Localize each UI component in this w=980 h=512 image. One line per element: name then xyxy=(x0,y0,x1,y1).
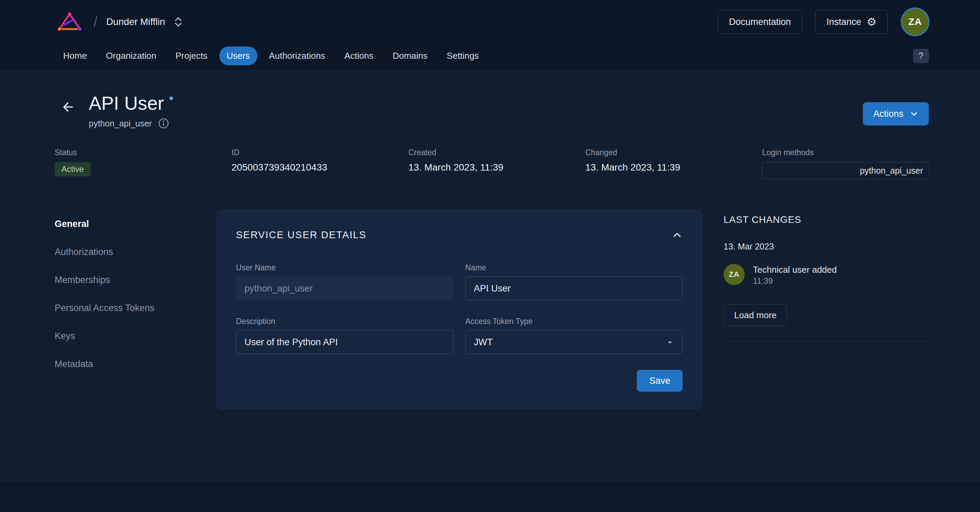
name-label: Name xyxy=(465,263,683,273)
page-subtitle: python_api_user xyxy=(89,119,152,129)
tab-organization[interactable]: Organization xyxy=(98,46,164,65)
save-button[interactable]: Save xyxy=(637,370,682,392)
event-avatar: ZA xyxy=(724,264,745,285)
section-divider xyxy=(0,198,980,198)
info-button[interactable] xyxy=(158,118,169,129)
org-switcher[interactable]: Dunder Mifflin xyxy=(106,16,183,28)
documentation-button[interactable]: Documentation xyxy=(718,10,802,34)
access-token-type-value: JWT xyxy=(474,337,493,348)
page-title: API User xyxy=(89,93,164,114)
gear-icon: ⚙ xyxy=(867,16,877,27)
help-button[interactable]: ? xyxy=(913,49,929,63)
sidebar-item-personal-access-tokens[interactable]: Personal Access Tokens xyxy=(55,299,154,317)
user-name-label: User Name xyxy=(236,263,453,273)
sidebar-item-general[interactable]: General xyxy=(55,215,154,233)
chevron-down-icon xyxy=(910,109,918,118)
tab-domains[interactable]: Domains xyxy=(385,46,435,65)
description-input[interactable] xyxy=(236,330,453,354)
documentation-label: Documentation xyxy=(729,17,791,27)
changed-value: 13. March 2023, 11:39 xyxy=(585,162,762,173)
instance-label: Instance xyxy=(826,17,861,27)
tab-actions[interactable]: Actions xyxy=(337,46,381,65)
select-caret-icon xyxy=(666,338,674,346)
access-token-type-select[interactable]: JWT xyxy=(465,330,683,354)
tab-projects[interactable]: Projects xyxy=(168,46,215,65)
app-footer xyxy=(0,481,980,512)
collapse-button[interactable] xyxy=(672,230,682,241)
service-user-details-card: SERVICE USER DETAILS User Name Name Desc… xyxy=(217,210,702,409)
event-text: Technical user added xyxy=(753,264,837,276)
status-label: Status xyxy=(55,148,232,157)
sidebar-item-keys[interactable]: Keys xyxy=(55,327,154,345)
status-badge: Active xyxy=(55,162,91,176)
tab-home[interactable]: Home xyxy=(56,46,94,65)
change-event: ZA Technical user added 11:39 xyxy=(724,264,928,286)
sidebar-item-memberships[interactable]: Memberships xyxy=(55,271,154,289)
changed-label: Changed xyxy=(585,148,762,157)
last-changes-panel: LAST CHANGES 13. Mar 2023 ZA Technical u… xyxy=(724,214,928,341)
event-time: 11:39 xyxy=(753,276,837,286)
user-name-input xyxy=(236,276,453,300)
aside-divider xyxy=(724,341,928,341)
sidebar-item-metadata[interactable]: Metadata xyxy=(55,355,154,373)
login-methods-label: Login methods xyxy=(762,148,929,157)
org-name: Dunder Mifflin xyxy=(106,16,165,27)
card-title: SERVICE USER DETAILS xyxy=(236,229,366,241)
chevron-up-icon xyxy=(672,230,682,241)
tab-settings[interactable]: Settings xyxy=(439,46,486,65)
main-nav: Home Organization Projects Users Authori… xyxy=(0,44,980,70)
login-methods-value: python_api_user xyxy=(762,162,929,179)
actions-button[interactable]: Actions xyxy=(863,102,929,126)
page-header: API User python_api_user Actions xyxy=(0,70,980,129)
name-input[interactable] xyxy=(465,276,683,300)
created-label: Created xyxy=(408,148,585,157)
id-label: ID xyxy=(232,148,408,157)
title-indicator-dot xyxy=(169,96,173,100)
load-more-button[interactable]: Load more xyxy=(724,304,787,326)
sidebar-item-authorizations[interactable]: Authorizations xyxy=(55,243,154,261)
unfold-icon xyxy=(174,16,183,28)
topbar: / Dunder Mifflin Documentation Instance … xyxy=(0,0,980,44)
instance-button[interactable]: Instance ⚙ xyxy=(815,10,888,34)
created-value: 13. March 2023, 11:39 xyxy=(408,162,585,173)
description-label: Description xyxy=(236,317,453,326)
org-separator: / xyxy=(94,14,97,30)
detail-sidebar: General Authorizations Memberships Perso… xyxy=(55,215,154,383)
meta-row: Status Active ID 205003739340210433 Crea… xyxy=(0,148,980,179)
last-changes-date: 13. Mar 2023 xyxy=(724,242,928,252)
access-token-type-label: Access Token Type xyxy=(465,317,683,326)
tab-users[interactable]: Users xyxy=(219,46,258,65)
back-button[interactable] xyxy=(58,97,77,116)
user-avatar[interactable]: ZA xyxy=(901,8,929,36)
last-changes-title: LAST CHANGES xyxy=(724,214,928,225)
app-header: / Dunder Mifflin Documentation Instance … xyxy=(0,0,980,70)
zitadel-logo[interactable] xyxy=(55,11,85,33)
arrow-left-icon xyxy=(60,99,75,115)
zitadel-logo-icon xyxy=(55,11,85,33)
id-value: 205003739340210433 xyxy=(232,162,408,173)
tab-authorizations[interactable]: Authorizations xyxy=(262,46,333,65)
actions-label: Actions xyxy=(873,109,904,119)
info-icon xyxy=(158,118,169,129)
